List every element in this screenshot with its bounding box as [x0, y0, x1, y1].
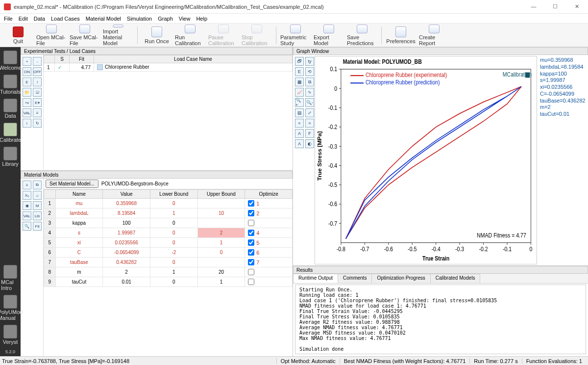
tab-comments[interactable]: Comments [338, 274, 372, 283]
nav-tutorials[interactable]: Tutorials [1, 73, 20, 96]
lc-tool-icon[interactable]: ≡ [33, 108, 42, 117]
menu-simulation[interactable]: Simulation [127, 16, 152, 22]
lc-tool-icon[interactable]: ↻ [33, 119, 42, 128]
toolbar-run-calibration[interactable]: Run Calibration [175, 25, 205, 46]
header-fit[interactable]: Fit [70, 55, 94, 63]
nav-calibrate[interactable]: Calibrate [1, 121, 20, 144]
optimize-checkbox[interactable] [248, 220, 254, 226]
param-row[interactable]: 2 lambdaL 8.19584 1 10 2 [44, 209, 293, 218]
toolbar-quit[interactable]: Quit [3, 25, 33, 46]
menu-view[interactable]: View [179, 16, 191, 22]
menu-load-cases[interactable]: Load Cases [51, 16, 80, 22]
lc-tool-icon[interactable]: ON [23, 67, 31, 76]
graph-tool-icon[interactable]: 🔍- [305, 98, 314, 107]
graph-tool-icon[interactable]: ▦ [295, 78, 304, 86]
nav-welcome[interactable]: Welcome [1, 49, 20, 72]
toolbar-export-model[interactable]: Export Model [314, 25, 344, 46]
toolbar-save-mcal-file[interactable]: Save MCal-File [70, 25, 100, 46]
lc-tool-icon[interactable]: +v [23, 98, 31, 107]
toolbar-save-predictions[interactable]: Save Predictions [347, 25, 377, 46]
graph-tool-icon[interactable]: ∿ [305, 88, 314, 97]
graph-tool-icon[interactable]: ◐ [305, 139, 314, 148]
graph-tool-icon[interactable]: A [295, 129, 304, 138]
graph-tool-icon[interactable]: F [305, 129, 314, 138]
mm-tool-icon[interactable]: Fit [33, 222, 42, 231]
lc-tool-icon[interactable]: - [33, 57, 42, 66]
graph-tool-icon[interactable]: « [295, 119, 304, 128]
optimize-checkbox[interactable] [248, 210, 254, 216]
graph-tool-icon[interactable]: ▤ [295, 108, 304, 117]
graph-tool-icon[interactable]: E [295, 67, 304, 76]
optimize-checkbox[interactable] [248, 230, 254, 236]
header-lb[interactable]: Lower Bound [150, 190, 197, 199]
optimize-checkbox[interactable] [248, 239, 254, 246]
header-name[interactable]: Load Case Name [94, 55, 293, 63]
minimize-button[interactable]: — [526, 3, 541, 10]
header-opt[interactable]: Optimize [245, 190, 293, 199]
param-row[interactable]: 3 kappa 100 0 [44, 218, 293, 228]
header-value[interactable]: Value [103, 190, 150, 199]
toolbar-parametric-study[interactable]: Parametric Study [280, 25, 311, 46]
menu-help[interactable]: Help [196, 16, 207, 22]
material-model-table[interactable]: Name Value Lower Bound Upper Bound Optim… [44, 189, 293, 356]
nav-veryst[interactable]: Veryst [1, 323, 20, 346]
graph-tool-icon[interactable]: A [295, 139, 304, 148]
param-row[interactable]: 9 tauCut 0.01 0 1 [44, 277, 293, 287]
header-name[interactable]: Name [55, 190, 103, 199]
graph-tool-icon[interactable]: 🗗 [295, 57, 304, 66]
toolbar-run-once[interactable]: Run Once [142, 25, 172, 46]
lc-tool-icon[interactable]: 📁 [23, 88, 31, 97]
toolbar-create-report[interactable]: Create Report [419, 25, 449, 46]
graph-tool-icon[interactable]: ⧉ [305, 78, 314, 86]
param-row[interactable]: 7 tauBase 0.436282 0 7 [44, 258, 293, 267]
menu-graph[interactable]: Graph [158, 16, 173, 22]
param-row[interactable]: 1 mu 0.359968 0 1 [44, 199, 293, 209]
graph-tool-icon[interactable]: ty [305, 57, 314, 66]
maximize-button[interactable]: ☐ [548, 3, 563, 10]
toolbar-import-material-model[interactable]: Import Material Model [103, 25, 133, 46]
graph-tool-icon[interactable]: 📈 [295, 88, 304, 97]
param-row[interactable]: 5 xi 0.0235566 0 1 5 [44, 238, 293, 248]
optimize-checkbox[interactable] [248, 259, 254, 265]
param-row[interactable]: 8 m 2 1 20 [44, 267, 293, 277]
nav-data[interactable]: Data [1, 97, 20, 120]
lc-tool-icon[interactable]: ↕ [33, 78, 42, 86]
lc-tool-icon[interactable]: + [23, 57, 31, 66]
header-s[interactable]: S [55, 55, 70, 63]
load-case-row[interactable]: 1✓4.77Chloroprene Rubber [44, 63, 293, 72]
mm-tool-icon[interactable]: M [33, 201, 42, 210]
menu-edit[interactable]: Edit [19, 16, 28, 22]
toolbar-preferences[interactable]: Preferences [386, 25, 416, 46]
chart-area[interactable]: Material Model: POLYUMOD_BBMCalibrationC… [315, 56, 537, 264]
mm-tool-icon[interactable]: ⧉ [33, 181, 42, 189]
mm-tool-icon[interactable]: ◉ [23, 201, 31, 210]
menu-material-model[interactable]: Material Model [86, 16, 121, 22]
nav-mcal-intro[interactable]: MCal Intro [1, 263, 20, 292]
lc-tool-icon[interactable]: E▾ [33, 98, 42, 107]
graph-tool-icon[interactable]: 🔍+ [295, 98, 304, 107]
tab-calibrated-models[interactable]: Calibrated Models [430, 274, 481, 283]
lc-tool-icon[interactable]: E [23, 78, 31, 86]
lc-tool-icon[interactable]: i [23, 119, 31, 128]
load-cases-table[interactable]: S Fit Load Case Name 1✓4.77Chloroprene R… [43, 55, 293, 170]
param-row[interactable]: 6 C -0.0654099 -2 0 6 [44, 248, 293, 258]
nav-library[interactable]: Library [1, 145, 20, 168]
close-button[interactable]: ✕ [569, 3, 584, 10]
graph-tool-icon[interactable]: ⟲ [305, 67, 314, 76]
menu-file[interactable]: File [4, 16, 13, 22]
optimize-checkbox[interactable] [248, 279, 254, 285]
lc-tool-icon[interactable]: ☑ [33, 88, 42, 97]
set-material-model-button[interactable]: Set Material Model... [46, 180, 98, 188]
tab-optimization-progress[interactable]: Optimization Progress [371, 274, 430, 283]
mm-tool-icon[interactable]: VAL [23, 211, 31, 220]
tab-runtime-output[interactable]: Runtime Output [293, 274, 338, 283]
mm-tool-icon[interactable]: Lib [33, 211, 42, 220]
header-ub[interactable]: Upper Bound [197, 190, 245, 199]
runtime-output[interactable]: Starting Run Once. Running load case: 1 … [295, 285, 586, 354]
lc-tool-icon[interactable]: VAL [23, 108, 31, 117]
optimize-checkbox[interactable] [248, 269, 254, 275]
mm-tool-icon[interactable]: ⌕ [33, 191, 42, 200]
mm-tool-icon[interactable]: X₀ [23, 191, 31, 200]
param-row[interactable]: 4 s 1.99987 0 2 4 [44, 228, 293, 238]
lc-tool-icon[interactable]: OFF [33, 67, 42, 76]
